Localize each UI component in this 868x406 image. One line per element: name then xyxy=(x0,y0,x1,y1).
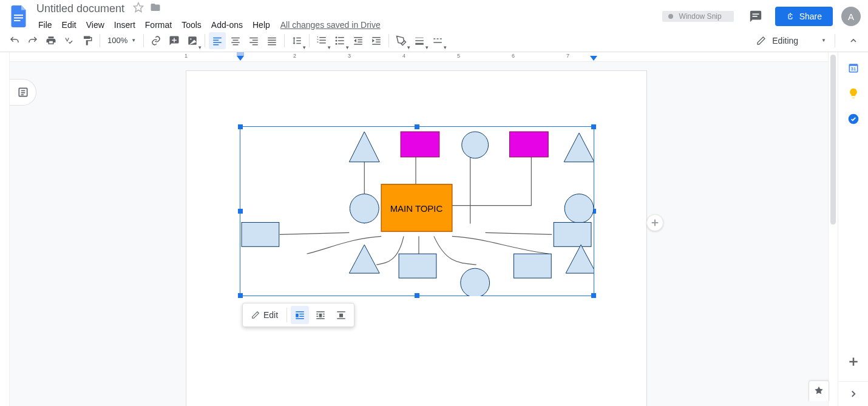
align-left-button[interactable] xyxy=(209,32,226,49)
svg-rect-31 xyxy=(354,37,362,38)
vertical-scrollbar[interactable] xyxy=(828,52,838,406)
calendar-addon-icon[interactable]: 31 xyxy=(847,62,860,74)
line-spacing-button[interactable]: ▼ xyxy=(288,32,305,49)
share-button[interactable]: Share xyxy=(775,7,833,26)
svg-marker-50 xyxy=(237,56,244,61)
edit-drawing-button[interactable]: Edit xyxy=(246,308,283,322)
svg-text:MAIN TOPIC: MAIN TOPIC xyxy=(390,203,443,214)
get-addons-icon[interactable] xyxy=(847,356,860,368)
align-right-button[interactable] xyxy=(245,32,262,49)
svg-rect-11 xyxy=(213,42,222,43)
paint-format-button[interactable] xyxy=(79,32,96,49)
move-to-folder-icon[interactable] xyxy=(150,2,161,15)
vertical-ruler xyxy=(0,52,10,406)
wrap-inline-button[interactable] xyxy=(291,306,309,324)
svg-rect-71 xyxy=(652,222,659,223)
svg-rect-6 xyxy=(790,13,791,14)
editing-mode-dropdown[interactable]: Editing▼ xyxy=(751,33,831,48)
svg-rect-29 xyxy=(338,40,344,41)
star-icon[interactable] xyxy=(133,2,144,15)
svg-rect-45 xyxy=(433,42,442,43)
svg-rect-19 xyxy=(249,42,258,43)
account-avatar[interactable]: A xyxy=(841,7,861,26)
collapse-toolbar-button[interactable] xyxy=(845,32,862,49)
page-area[interactable]: MAIN TOPIC xyxy=(10,62,828,406)
svg-rect-20 xyxy=(253,44,258,46)
insert-image-button[interactable]: ▼ xyxy=(184,32,201,49)
svg-rect-28 xyxy=(338,37,344,38)
wrap-break-button[interactable] xyxy=(332,306,350,324)
redo-button[interactable] xyxy=(24,32,41,49)
side-panel: 31 xyxy=(838,52,868,406)
docs-logo[interactable] xyxy=(7,4,32,29)
drawing-edit-toolbar: Edit xyxy=(242,303,354,327)
keep-addon-icon[interactable] xyxy=(847,87,860,100)
svg-rect-2 xyxy=(14,20,21,21)
svg-point-27 xyxy=(336,42,337,44)
align-center-button[interactable] xyxy=(227,32,244,49)
svg-rect-40 xyxy=(415,40,424,41)
svg-rect-66 xyxy=(399,254,436,278)
svg-rect-63 xyxy=(242,222,279,246)
explore-button[interactable] xyxy=(809,381,829,401)
svg-rect-34 xyxy=(354,44,362,45)
share-button-label: Share xyxy=(799,12,822,21)
add-comment-bubble[interactable] xyxy=(646,214,663,231)
svg-rect-38 xyxy=(372,44,381,45)
align-justify-button[interactable] xyxy=(263,32,280,49)
svg-rect-41 xyxy=(415,42,424,44)
document-title[interactable]: Untitled document xyxy=(34,1,127,16)
numbered-list-button[interactable]: ▼ xyxy=(313,32,330,49)
svg-point-8 xyxy=(190,38,191,39)
svg-rect-17 xyxy=(249,37,258,38)
print-button[interactable] xyxy=(42,32,59,49)
svg-rect-35 xyxy=(372,37,381,38)
svg-rect-22 xyxy=(268,39,276,41)
svg-text:31: 31 xyxy=(850,66,855,72)
border-dash-button[interactable]: ▼ xyxy=(429,32,446,49)
svg-rect-14 xyxy=(233,39,239,41)
workspace: 1 2 3 4 5 6 7 xyxy=(0,52,868,406)
insert-comment-button[interactable] xyxy=(166,32,183,49)
border-weight-button[interactable]: ▼ xyxy=(411,32,428,49)
svg-rect-0 xyxy=(14,15,23,16)
svg-rect-86 xyxy=(337,318,345,319)
svg-rect-36 xyxy=(376,39,381,40)
svg-rect-18 xyxy=(253,39,258,41)
svg-rect-21 xyxy=(268,37,276,38)
hide-sidepanel-icon[interactable] xyxy=(847,388,860,400)
spellcheck-button[interactable] xyxy=(61,32,78,49)
undo-button[interactable] xyxy=(6,32,23,49)
svg-rect-10 xyxy=(213,39,219,41)
horizontal-ruler: 1 2 3 4 5 6 7 xyxy=(10,52,828,62)
document-page: MAIN TOPIC xyxy=(186,70,647,406)
svg-rect-72 xyxy=(296,311,304,313)
svg-rect-74 xyxy=(299,314,304,315)
bulleted-list-button[interactable]: ▼ xyxy=(331,32,348,49)
svg-rect-83 xyxy=(316,318,325,319)
increase-indent-button[interactable] xyxy=(368,32,385,49)
svg-rect-79 xyxy=(316,314,318,315)
svg-rect-39 xyxy=(415,37,424,38)
svg-rect-12 xyxy=(213,44,219,46)
decrease-indent-button[interactable] xyxy=(350,32,367,49)
svg-marker-52 xyxy=(590,56,597,61)
tasks-addon-icon[interactable] xyxy=(847,113,860,125)
drawing-selection[interactable]: MAIN TOPIC xyxy=(240,126,594,296)
titlebar: Untitled document File Edit View Insert … xyxy=(0,0,868,29)
svg-marker-60 xyxy=(564,133,594,162)
svg-point-67 xyxy=(461,268,490,296)
svg-point-25 xyxy=(336,36,337,38)
svg-rect-15 xyxy=(231,42,240,43)
svg-rect-77 xyxy=(316,311,325,313)
open-comments-button[interactable] xyxy=(745,5,767,27)
zoom-dropdown[interactable]: 100%▼ xyxy=(104,36,140,45)
border-color-button[interactable]: ▼ xyxy=(393,32,410,49)
svg-rect-51 xyxy=(237,52,244,56)
svg-rect-73 xyxy=(296,314,299,317)
svg-point-57 xyxy=(462,132,489,158)
svg-rect-13 xyxy=(231,37,240,38)
svg-rect-84 xyxy=(337,311,345,313)
insert-link-button[interactable] xyxy=(147,32,164,49)
wrap-text-button[interactable] xyxy=(311,306,330,324)
